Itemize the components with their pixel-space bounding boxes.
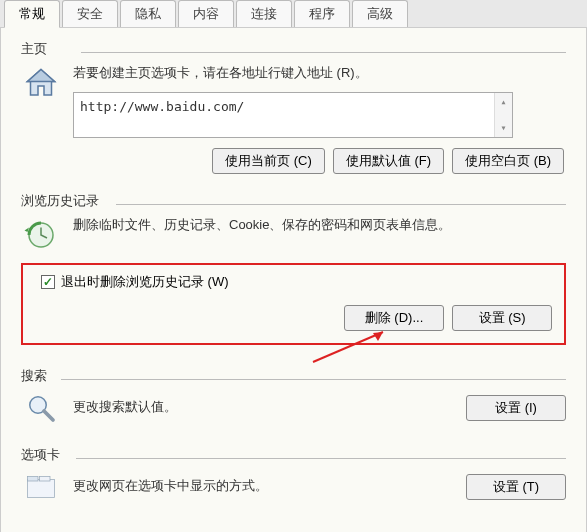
history-desc: 删除临时文件、历史记录、Cookie、保存的密码和网页表单信息。	[73, 215, 566, 236]
history-group: 浏览历史记录 删除临时文件、历史记录、Cookie、保存的密码和网页表单信息。 …	[21, 192, 566, 345]
tab-advanced[interactable]: 高级	[352, 0, 408, 27]
history-settings-button[interactable]: 设置 (S)	[452, 305, 552, 331]
tabs-section-title: 选项卡	[21, 446, 566, 464]
history-title: 浏览历史记录	[21, 192, 566, 210]
svg-line-1	[313, 332, 383, 362]
tab-content[interactable]: 内容	[178, 0, 234, 27]
tabs-desc: 更改网页在选项卡中显示的方式。	[73, 476, 454, 497]
search-icon	[21, 388, 61, 428]
scroll-up-icon[interactable]: ▴	[495, 93, 512, 111]
use-blank-page-button[interactable]: 使用空白页 (B)	[452, 148, 564, 174]
tab-privacy[interactable]: 隐私	[120, 0, 176, 27]
use-default-button[interactable]: 使用默认值 (F)	[333, 148, 444, 174]
homepage-url-text: http://www.baidu.com/	[80, 99, 244, 114]
homepage-group: 主页 若要创建主页选项卡，请在各地址行键入地址 (R)。 http://www.…	[21, 40, 566, 174]
search-settings-button[interactable]: 设置 (I)	[466, 395, 566, 421]
svg-line-3	[44, 411, 53, 420]
homepage-desc: 若要创建主页选项卡，请在各地址行键入地址 (R)。	[73, 63, 566, 84]
tab-general[interactable]: 常规	[4, 0, 60, 28]
homepage-title: 主页	[21, 40, 566, 58]
tab-bar: 常规 安全 隐私 内容 连接 程序 高级	[0, 0, 587, 28]
delete-on-exit-label: 退出时删除浏览历史记录 (W)	[61, 273, 229, 291]
use-current-page-button[interactable]: 使用当前页 (C)	[212, 148, 325, 174]
tabs-settings-button[interactable]: 设置 (T)	[466, 474, 566, 500]
delete-on-exit-checkbox[interactable]: ✓	[41, 275, 55, 289]
search-group: 搜索 更改搜索默认值。 设置 (I)	[21, 367, 566, 428]
svg-rect-5	[28, 476, 39, 481]
annotation-box: ✓ 退出时删除浏览历史记录 (W) 删除 (D)... 设置 (S)	[21, 263, 566, 345]
tabs-icon	[21, 467, 61, 507]
tabs-group: 选项卡 更改网页在选项卡中显示的方式。 设置 (T)	[21, 446, 566, 507]
tab-connections[interactable]: 连接	[236, 0, 292, 27]
search-desc: 更改搜索默认值。	[73, 397, 454, 418]
delete-button[interactable]: 删除 (D)...	[344, 305, 444, 331]
scrollbar[interactable]: ▴ ▾	[494, 93, 512, 137]
clock-icon	[21, 215, 61, 255]
home-icon	[21, 63, 61, 103]
tab-programs[interactable]: 程序	[294, 0, 350, 27]
scroll-down-icon[interactable]: ▾	[495, 119, 512, 137]
annotation-arrow-icon	[308, 327, 398, 367]
tab-security[interactable]: 安全	[62, 0, 118, 27]
svg-rect-6	[40, 476, 51, 481]
content-panel: 主页 若要创建主页选项卡，请在各地址行键入地址 (R)。 http://www.…	[0, 28, 587, 532]
homepage-url-input[interactable]: http://www.baidu.com/ ▴ ▾	[73, 92, 513, 138]
search-title: 搜索	[21, 367, 566, 385]
svg-rect-4	[28, 479, 55, 497]
